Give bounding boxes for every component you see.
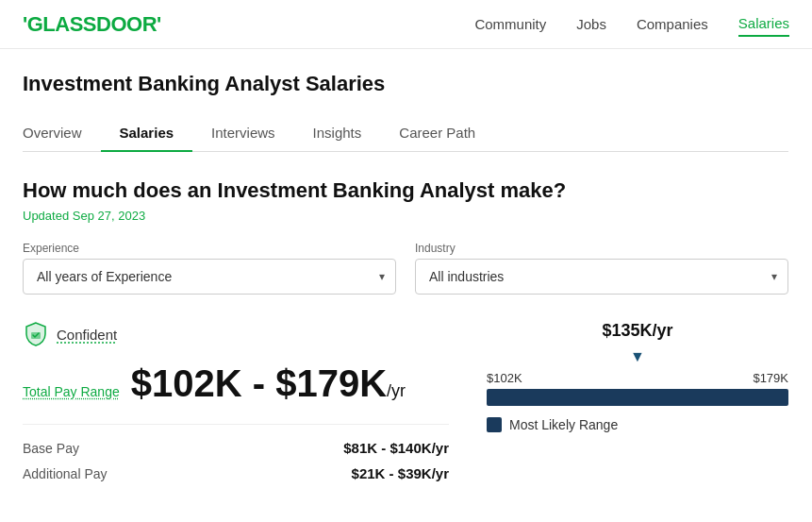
range-high-label: $179K [753, 371, 788, 385]
total-pay-label: Total Pay Range [23, 384, 120, 399]
confident-label: Confident [57, 327, 117, 343]
experience-label: Experience [23, 242, 396, 255]
nav-jobs[interactable]: Jobs [576, 12, 606, 36]
additional-pay-row: Additional Pay $21K - $39K/yr [23, 465, 449, 481]
industry-select-wrapper: All industries Finance Banking Investmen… [415, 259, 788, 295]
total-pay-row: Total Pay Range $102K - $179K/yr [23, 362, 449, 405]
base-pay-value: $81K - $140K/yr [343, 440, 449, 456]
industry-filter-group: Industry All industries Finance Banking … [415, 242, 788, 295]
salary-right: $135K/yr ▼ $102K $179K Most Likely Range [487, 321, 788, 491]
base-pay-row: Base Pay $81K - $140K/yr [23, 440, 449, 456]
tab-overview[interactable]: Overview [23, 115, 101, 152]
experience-filter-group: Experience All years of Experience 0-1 y… [23, 242, 396, 295]
additional-pay-label: Additional Pay [23, 466, 108, 481]
confident-badge: Confident [23, 321, 449, 347]
tab-interviews[interactable]: Interviews [192, 115, 294, 152]
industry-label: Industry [415, 242, 788, 255]
additional-pay-value: $21K - $39K/yr [352, 465, 449, 481]
experience-select[interactable]: All years of Experience 0-1 years 1-3 ye… [23, 259, 396, 295]
tab-salaries[interactable]: Salaries [101, 115, 193, 152]
tabs: Overview Salaries Interviews Insights Ca… [23, 115, 788, 152]
range-labels: $102K $179K [487, 371, 788, 385]
range-bar [487, 389, 788, 406]
salary-left: Confident Total Pay Range $102K - $179K/… [23, 321, 449, 491]
median-label: $135K/yr [487, 321, 788, 341]
most-likely-box [487, 417, 502, 432]
most-likely-label: Most Likely Range [509, 417, 618, 432]
shield-icon [23, 321, 49, 347]
total-pay-value: $102K - $179K/yr [131, 362, 406, 405]
triangle-down-icon: ▼ [487, 348, 788, 365]
header: 'GLASSDOOR' Community Jobs Companies Sal… [0, 0, 812, 49]
nav: Community Jobs Companies Salaries [474, 11, 789, 37]
filters: Experience All years of Experience 0-1 y… [23, 242, 788, 295]
tab-career-path[interactable]: Career Path [380, 115, 494, 152]
nav-community[interactable]: Community [474, 12, 546, 36]
per-yr-suffix: /yr [387, 381, 406, 400]
main-question: How much does an Investment Banking Anal… [23, 178, 788, 203]
updated-date: Updated Sep 27, 2023 [23, 209, 788, 223]
logo: 'GLASSDOOR' [23, 12, 161, 37]
experience-select-wrapper: All years of Experience 0-1 years 1-3 ye… [23, 259, 396, 295]
base-pay-label: Base Pay [23, 441, 79, 456]
tab-insights[interactable]: Insights [294, 115, 381, 152]
total-pay-low: $102K [131, 362, 242, 404]
page-content: Investment Banking Analyst Salaries Over… [0, 49, 811, 491]
range-low-label: $102K [487, 371, 522, 385]
most-likely-row: Most Likely Range [487, 417, 788, 432]
divider [23, 424, 449, 425]
salary-section: Confident Total Pay Range $102K - $179K/… [23, 321, 788, 491]
industry-select[interactable]: All industries Finance Banking Investmen… [415, 259, 788, 295]
page-title: Investment Banking Analyst Salaries [23, 72, 788, 96]
nav-companies[interactable]: Companies [637, 12, 708, 36]
total-pay-high: $179K [275, 362, 387, 404]
nav-salaries[interactable]: Salaries [738, 11, 789, 37]
